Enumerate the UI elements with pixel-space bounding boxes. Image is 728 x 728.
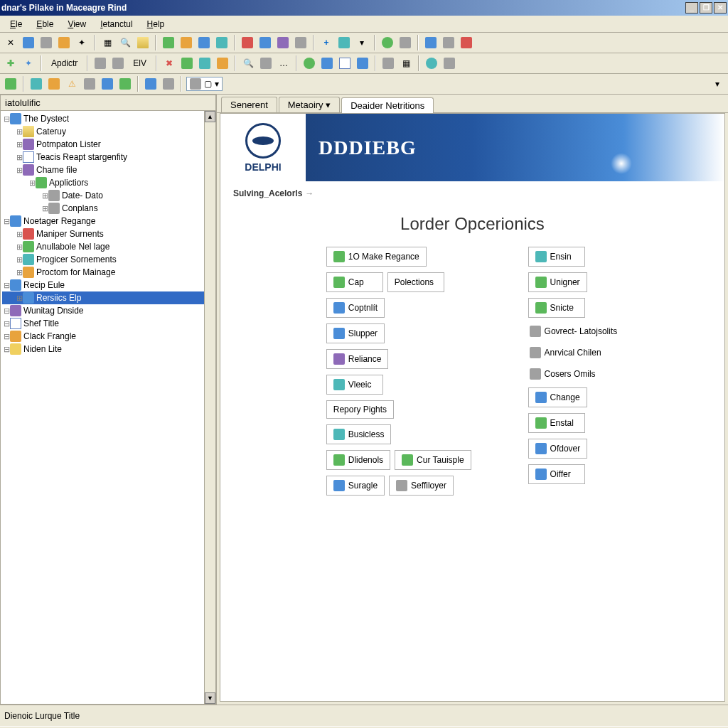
menu-help[interactable]: Help (140, 18, 172, 31)
menu-ietanctul[interactable]: Ietanctul (93, 18, 139, 31)
action-button[interactable]: Vleeic (326, 375, 383, 395)
tool-icon[interactable] (46, 76, 62, 92)
tool-icon[interactable] (179, 55, 195, 71)
tool-icon[interactable] (215, 55, 230, 71)
tool-icon[interactable] (441, 55, 457, 71)
tree-item[interactable]: ⊟ Shef Title (2, 317, 214, 330)
action-button[interactable]: Busicless (326, 424, 392, 444)
search-icon[interactable]: 🔍 (240, 55, 256, 71)
tree-view[interactable]: ⊟ The Dystect⊞ Cateruy⊞ Potmpaton Lister… (1, 111, 215, 704)
delete-icon[interactable]: ✖ (161, 55, 177, 71)
tree-item[interactable]: ⊞ Applictiors (2, 176, 214, 189)
dots-icon[interactable]: … (276, 55, 291, 71)
action-button[interactable]: Seffiloyer (389, 476, 454, 496)
tool-icon[interactable] (161, 35, 176, 50)
action-button[interactable]: Slupper (326, 323, 385, 343)
action-button[interactable]: Dlidenols (326, 450, 390, 470)
scroll-down-button[interactable]: ▼ (205, 692, 215, 704)
apdictr-button[interactable]: Apdictr (46, 56, 82, 70)
tab[interactable]: Metaoiry ▾ (279, 97, 340, 112)
action-button[interactable]: Snicte (528, 298, 585, 318)
tree-item[interactable]: ⊞ Cateruy (2, 125, 214, 138)
star-icon[interactable]: ✦ (21, 55, 36, 71)
tool-icon[interactable] (214, 35, 230, 50)
tree-item[interactable]: ⊞ Teacis Reapt stargenfity (2, 151, 214, 164)
tab[interactable]: Deaider Netritions (341, 97, 434, 113)
tool-icon[interactable] (441, 35, 456, 50)
action-button[interactable]: Unigner (528, 272, 587, 292)
action-button[interactable]: Cur Tauisple (395, 450, 471, 470)
tree-item[interactable]: ⊟ Clack Frangle (2, 330, 214, 343)
tree-scrollbar[interactable]: ▲ ▼ (204, 111, 215, 704)
tree-item[interactable]: ⊞ Proctom for Mainage (2, 266, 214, 279)
action-button[interactable]: Suragle (326, 476, 385, 496)
tool-icon[interactable] (380, 55, 396, 71)
action-button[interactable]: Ensin (528, 247, 585, 267)
tree-item[interactable]: ⊟ Noetager Regange (2, 215, 214, 228)
action-button[interactable]: Change (528, 387, 587, 407)
tool-icon[interactable] (100, 76, 115, 92)
tree-item[interactable]: ⊞ Progicer Sornements (2, 253, 214, 266)
toolbar-combo[interactable]: ▢▾ (186, 77, 223, 91)
action-button[interactable]: Oiffer (528, 464, 585, 484)
delete-icon[interactable]: ✕ (3, 35, 18, 50)
elv-button[interactable]: ElV (128, 56, 151, 70)
tree-item[interactable]: ⊟ The Dystect (2, 112, 214, 125)
tool-icon[interactable] (275, 35, 291, 50)
warn-icon[interactable]: ⚠ (64, 76, 80, 92)
search-icon[interactable]: 🔍 (117, 35, 133, 50)
menu-view[interactable]: View (60, 18, 93, 31)
tree-item[interactable]: ⊟ Wunitag Dnside (2, 304, 214, 317)
globe-icon[interactable] (424, 55, 439, 71)
action-button[interactable]: 1O Make Regance (326, 247, 427, 267)
tool-icon[interactable] (110, 55, 126, 71)
breadcrumb[interactable]: Sulving_Acelorls → (220, 181, 724, 204)
folder-icon[interactable] (135, 35, 151, 50)
tool-icon[interactable] (423, 35, 439, 50)
tool-icon[interactable] (117, 76, 133, 92)
breadcrumb-text[interactable]: Sulving_Acelorls (233, 188, 302, 198)
scroll-up-button[interactable]: ▲ (205, 111, 215, 122)
tool-icon[interactable] (397, 35, 413, 50)
tree-item[interactable]: ⊞ Conplans (2, 202, 214, 215)
tree-item[interactable]: ⊟ Recip Eule (2, 279, 214, 291)
tool-icon[interactable] (56, 35, 72, 50)
minimize-button[interactable]: _ (685, 2, 698, 14)
tool-icon[interactable] (82, 76, 97, 92)
plus-icon[interactable]: + (318, 35, 334, 50)
action-button[interactable]: Ofdover (528, 439, 588, 459)
add-icon[interactable] (301, 55, 317, 71)
tool-icon[interactable] (337, 55, 353, 71)
tool-icon[interactable] (92, 55, 108, 71)
tree-item[interactable]: ⊞ Maniper Surnents (2, 228, 214, 240)
tool-icon[interactable] (258, 55, 274, 71)
tool-icon[interactable] (161, 76, 176, 92)
action-button[interactable]: Repory Pights (326, 400, 394, 419)
action-button[interactable]: Anrvical Chilen (528, 345, 603, 360)
action-button[interactable]: Coptnlít (326, 298, 385, 318)
star-icon[interactable]: ✦ (74, 35, 90, 50)
menu-ele[interactable]: Ele (3, 18, 29, 31)
grid-icon[interactable]: ▦ (398, 55, 414, 71)
tool-icon[interactable] (319, 55, 335, 71)
tree-item[interactable]: ⊞ Anullabole Nel lage (2, 240, 214, 253)
tree-item[interactable]: ⊞ Potmpaton Lister (2, 138, 214, 151)
tree-item[interactable]: ⊞ Date- Dato (2, 189, 214, 202)
tool-icon[interactable] (197, 55, 213, 71)
menu-eble[interactable]: Eble (29, 18, 60, 31)
tree-item[interactable]: ⊞ Chame file (2, 164, 214, 176)
maximize-button[interactable]: ❐ (700, 2, 712, 14)
tool-icon[interactable] (196, 35, 212, 50)
tool-icon[interactable] (178, 35, 194, 50)
tool-icon[interactable] (336, 35, 352, 50)
action-button[interactable]: Reliance (326, 349, 389, 369)
down-icon[interactable]: ▾ (354, 35, 370, 50)
cube-icon[interactable] (143, 76, 159, 92)
tool-icon[interactable] (21, 35, 36, 50)
tool-icon[interactable] (3, 76, 18, 92)
tool-icon[interactable] (293, 35, 309, 50)
tool-icon[interactable] (240, 35, 255, 50)
tab[interactable]: Senerent (221, 97, 277, 112)
action-button[interactable]: Enstal (528, 413, 585, 433)
tool-icon[interactable] (28, 76, 44, 92)
